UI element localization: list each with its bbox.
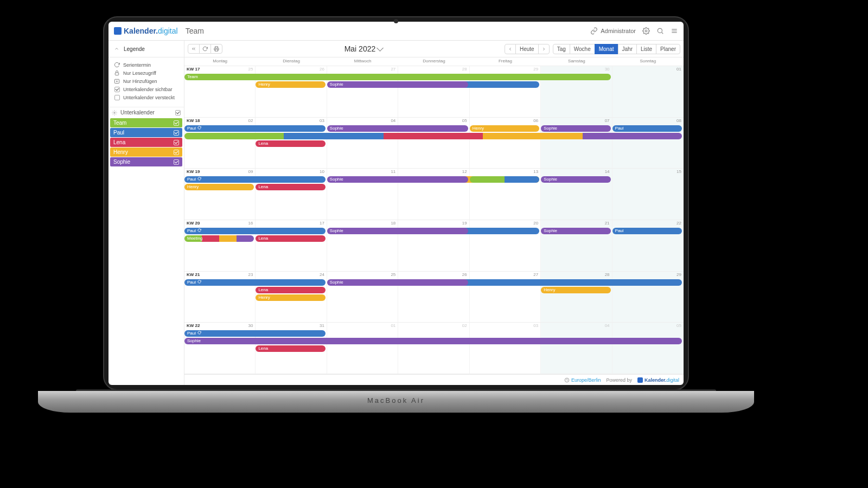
brand-text-a: Kalender.: [124, 27, 158, 35]
calendar-toggle[interactable]: [174, 150, 179, 155]
event[interactable]: Sophie: [327, 176, 468, 183]
event[interactable]: Paul: [612, 125, 682, 132]
calendar-toggle[interactable]: [174, 120, 179, 126]
brand-logo[interactable]: Kalender.digital: [114, 27, 178, 35]
settings-button[interactable]: [642, 27, 650, 35]
event[interactable]: Lena: [256, 345, 325, 352]
all-calendars-toggle[interactable]: [175, 110, 181, 115]
event[interactable]: Henry: [256, 294, 325, 301]
footer-brand[interactable]: Kalender.digital: [637, 377, 679, 383]
event-label: Sophie: [330, 177, 343, 182]
event-label: Sophie: [187, 338, 201, 343]
add-cal-icon: [114, 78, 120, 84]
view-planer-button[interactable]: Planer: [656, 44, 680, 54]
nav-prev-button[interactable]: [505, 44, 516, 54]
event[interactable]: Sophie: [541, 228, 610, 234]
event[interactable]: Team: [184, 74, 611, 80]
calendar-item-team[interactable]: Team: [110, 118, 182, 127]
admin-link[interactable]: Administrator: [590, 27, 636, 35]
event[interactable]: Sophie: [184, 338, 682, 344]
event-label: Sophie: [330, 126, 343, 131]
event-multi[interactable]: [470, 176, 539, 183]
calendar-toggle[interactable]: [174, 130, 179, 136]
link-icon: [590, 27, 598, 35]
week-number: KW 17: [187, 67, 200, 72]
calendar-item-sophie[interactable]: Sophie: [110, 157, 182, 166]
view-switch: TagWocheMonatJahrListePlaner: [553, 44, 680, 54]
print-button[interactable]: [210, 44, 222, 54]
legend-item: Nur Hinzufügen: [111, 77, 182, 85]
event[interactable]: Paul: [184, 279, 326, 286]
event[interactable]: Sophie: [327, 81, 468, 88]
gear-icon: [112, 110, 117, 115]
event[interactable]: Lena: [256, 287, 325, 293]
weeks-grid: 25262728293001KW 17PaulTeamHenrySophie02…: [184, 66, 684, 374]
repeat-icon: [197, 228, 201, 234]
event-label: Sophie: [330, 280, 343, 285]
event[interactable]: Paul: [612, 228, 682, 234]
event-label: Paul: [187, 228, 196, 233]
view-jahr-button[interactable]: Jahr: [618, 44, 637, 54]
calendar-toggle[interactable]: [174, 159, 179, 165]
nav-first-button[interactable]: [188, 44, 200, 54]
day-header: MontagDienstagMittwochDonnerstagFreitagS…: [184, 57, 684, 66]
subcalendars-header[interactable]: Unterkalender: [108, 107, 184, 118]
event-label: Sophie: [544, 177, 557, 182]
legend-header[interactable]: Legende: [108, 41, 184, 57]
event[interactable]: Paul: [184, 228, 326, 234]
day-header-label: Dienstag: [256, 57, 327, 66]
event[interactable]: Henry: [184, 184, 254, 190]
nav-next-button[interactable]: [538, 44, 550, 54]
event[interactable]: Sophie: [327, 228, 468, 234]
calendar-item-paul[interactable]: Paul: [110, 128, 182, 137]
view-tag-button[interactable]: Tag: [553, 44, 570, 54]
event[interactable]: Henry: [541, 287, 610, 293]
event-label: Henry: [258, 295, 270, 300]
day-header-label: Samstag: [541, 57, 612, 66]
event-label: Paul: [187, 280, 196, 285]
svg-point-1: [658, 28, 662, 33]
event[interactable]: Lena: [256, 140, 325, 147]
calendar-name: Lena: [113, 139, 125, 145]
event-label: Lena: [258, 236, 268, 241]
event[interactable]: Sophie: [541, 125, 610, 132]
calendar-item-lena[interactable]: Lena: [110, 138, 182, 147]
menu-button[interactable]: [671, 27, 678, 35]
event[interactable]: Paul: [184, 330, 326, 337]
event-label: Sophie: [544, 228, 557, 233]
event-label: Lena: [258, 184, 268, 189]
view-liste-button[interactable]: Liste: [636, 44, 656, 54]
event[interactable]: Sophie: [541, 176, 610, 183]
event[interactable]: Lena: [256, 235, 325, 242]
calendar-icon: [637, 377, 643, 383]
event[interactable]: Henry: [470, 125, 539, 132]
event-multi[interactable]: Meeting: [184, 235, 254, 242]
event-label: Meeting: [187, 235, 202, 242]
powered-by-label: Powered by: [606, 377, 632, 383]
event[interactable]: Paul: [184, 125, 326, 132]
today-button[interactable]: Heute: [515, 44, 539, 54]
subcalendars-title: Unterkalender: [120, 110, 155, 115]
week-row: 23242526272829KW 21PaulPaulSophieLenaHen…: [184, 272, 684, 323]
event[interactable]: Lena: [256, 184, 325, 190]
calendar-toggle[interactable]: [174, 140, 179, 145]
legend-item: Unterkalender versteckt: [111, 93, 182, 101]
period-selector[interactable]: Mai 2022: [226, 44, 501, 53]
event[interactable]: Sophie: [327, 125, 468, 132]
event-label: Paul: [615, 126, 624, 131]
event-multi[interactable]: [184, 133, 682, 139]
timezone-link[interactable]: Europe/Berlin: [571, 377, 601, 383]
event-label: Henry: [187, 184, 199, 189]
view-monat-button[interactable]: Monat: [595, 44, 618, 54]
refresh-button[interactable]: [199, 44, 211, 54]
search-button[interactable]: [656, 27, 664, 35]
day-header-label: Sonntag: [612, 57, 684, 66]
event[interactable]: Paul: [184, 176, 326, 183]
view-woche-button[interactable]: Woche: [570, 44, 595, 54]
calendar-item-henry[interactable]: Henry: [110, 147, 182, 157]
hamburger-icon: [671, 27, 678, 35]
gear-icon: [642, 27, 650, 35]
legend-item: Nur Lesezugriff: [111, 69, 182, 77]
event[interactable]: Henry: [256, 81, 325, 88]
event[interactable]: Sophie: [327, 279, 468, 286]
